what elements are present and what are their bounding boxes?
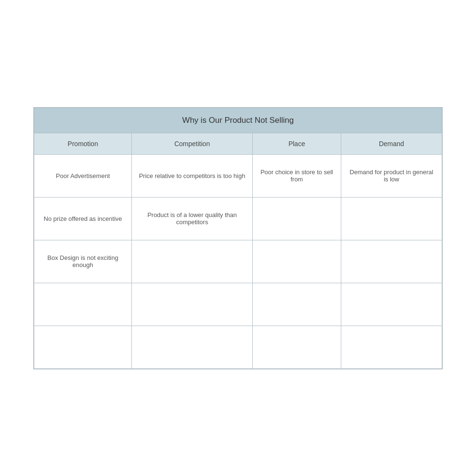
cell-r5-c4 xyxy=(341,326,442,368)
product-not-selling-table: Why is Our Product Not Selling Promotion… xyxy=(34,108,442,369)
table-row: Poor Advertisement Price relative to com… xyxy=(34,154,442,197)
header-place: Place xyxy=(253,133,341,154)
cell-r3-c3 xyxy=(253,240,341,283)
cell-r2-c4 xyxy=(341,197,442,240)
cell-r1-c3: Poor choice in store to sell from xyxy=(253,154,341,197)
header-competition: Competition xyxy=(132,133,253,154)
table-row: Box Design is not exciting enough xyxy=(34,240,442,283)
cell-r2-c3 xyxy=(253,197,341,240)
cell-r2-c1: No prize offered as incentive xyxy=(34,197,132,240)
header-row: Promotion Competition Place Demand xyxy=(34,133,442,154)
cell-r1-c4: Demand for product in general is low xyxy=(341,154,442,197)
cell-r5-c3 xyxy=(253,326,341,368)
header-demand: Demand xyxy=(341,133,442,154)
cell-r3-c4 xyxy=(341,240,442,283)
table-row xyxy=(34,326,442,368)
table-row xyxy=(34,283,442,326)
cell-r3-c1: Box Design is not exciting enough xyxy=(34,240,132,283)
main-table-container: Why is Our Product Not Selling Promotion… xyxy=(33,107,443,369)
header-promotion: Promotion xyxy=(34,133,132,154)
cell-r4-c3 xyxy=(253,283,341,326)
cell-r5-c2 xyxy=(132,326,253,368)
table-row: No prize offered as incentive Product is… xyxy=(34,197,442,240)
cell-r1-c1: Poor Advertisement xyxy=(34,154,132,197)
table-title: Why is Our Product Not Selling xyxy=(34,108,442,133)
cell-r1-c2: Price relative to competitors is too hig… xyxy=(132,154,253,197)
cell-r4-c2 xyxy=(132,283,253,326)
title-row: Why is Our Product Not Selling xyxy=(34,108,442,133)
cell-r2-c2: Product is of a lower quality than compe… xyxy=(132,197,253,240)
cell-r4-c4 xyxy=(341,283,442,326)
cell-r3-c2 xyxy=(132,240,253,283)
cell-r5-c1 xyxy=(34,326,132,368)
cell-r4-c1 xyxy=(34,283,132,326)
